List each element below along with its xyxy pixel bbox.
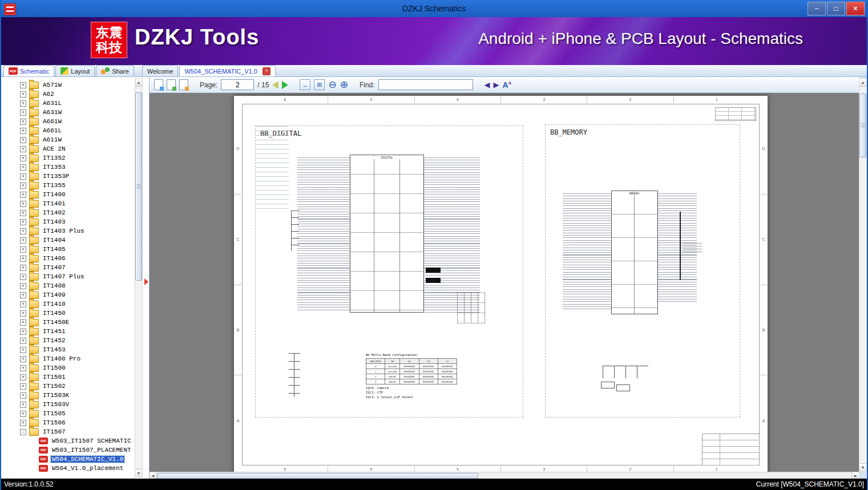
tree-item-folder[interactable]: +IT1407 Plus [1,272,134,281]
single-page-icon[interactable] [154,79,163,90]
scroll-down-icon[interactable]: ▼ [135,469,142,477]
expand-toggle[interactable]: + [20,374,26,380]
tree-item-folder[interactable]: +IT1450E [1,318,134,327]
tree-item-folder[interactable]: +A631L [1,99,134,108]
tree-item-folder[interactable]: +A611W [1,135,134,144]
expand-toggle[interactable]: + [20,383,26,390]
expand-toggle[interactable]: + [20,246,26,253]
expand-toggle[interactable]: + [20,155,26,161]
tree-item-folder[interactable]: +A661W [1,117,134,126]
expand-toggle[interactable]: + [20,392,26,399]
tree-item-folder[interactable]: +IT1460 Pro [1,354,134,363]
tree-item-folder[interactable]: +IT1408 [1,281,134,290]
tree-item-folder[interactable]: +IT1453 [1,345,134,354]
expand-toggle[interactable]: + [20,201,26,207]
tree-item-folder[interactable]: +IT1503K [1,391,134,400]
tree-item-file[interactable]: PDFW503_IT1507_PLACEMENT [1,446,134,455]
expand-toggle[interactable]: + [20,119,26,125]
viewer-scroll-left-icon[interactable]: ◀ [150,472,157,479]
tree-item-folder[interactable]: +IT1451 [1,327,134,336]
tree-item-folder[interactable]: +IT1353P [1,172,134,181]
close-button[interactable]: × [846,2,865,15]
file-label[interactable]: W504_SCHEMATIC_V1.0 [51,456,124,463]
tree-item-folder[interactable]: -IT1507 [1,427,134,436]
find-input[interactable] [378,79,473,90]
facing-pages-icon[interactable] [167,79,176,90]
tree-item-folder[interactable]: +IT1500 [1,363,134,372]
expand-toggle[interactable]: + [20,91,26,98]
tree-item-folder[interactable]: +IT1502 [1,382,134,391]
tree-item-folder[interactable]: +IT1503V [1,400,134,409]
font-size-icon[interactable]: Aa [503,80,511,90]
doc-tab[interactable]: W504_SCHEMATIC_V1.0× [179,65,276,76]
viewer-horizontal-scrollbar[interactable]: ◀ ▶ [150,472,859,479]
pdf-viewer[interactable]: 654321 654321 DCBA DCBA BB_DIGITAL DIGIT… [150,93,859,472]
expand-toggle[interactable]: + [20,420,26,426]
viewer-scroll-right-icon[interactable]: ▶ [851,472,859,479]
next-page-icon[interactable] [282,81,288,89]
fit-page-icon[interactable]: ⊞ [314,79,325,90]
tree-item-folder[interactable]: +IT1452 [1,336,134,345]
tree-item-folder[interactable]: +IT1404 [1,236,134,245]
expand-toggle[interactable]: + [20,283,26,289]
expand-toggle[interactable]: + [20,274,26,280]
file-label[interactable]: W503_IT1507 SCHEMATIC [51,438,132,444]
tab-schematic[interactable]: PDFSchematic [3,65,54,76]
tree-scrollbar[interactable]: ▲ ▼ [135,78,143,477]
expand-toggle[interactable]: - [20,429,26,435]
file-label[interactable]: W503_IT1507_PLACEMENT [51,447,132,453]
tree-item-folder[interactable]: +IT1410 [1,299,134,309]
expand-toggle[interactable]: + [20,228,26,234]
tree-item-folder[interactable]: +IT1506 [1,418,134,427]
expand-toggle[interactable]: + [20,310,26,317]
tab-share[interactable]: Share [96,65,134,76]
scroll-up-icon[interactable]: ▲ [135,79,142,87]
expand-toggle[interactable]: + [20,110,26,116]
tree-item-folder[interactable]: +ACE 2N [1,144,134,153]
expand-toggle[interactable]: + [20,219,26,225]
tree-item-file[interactable]: PDFW503_IT1507 SCHEMATIC [1,436,134,446]
expand-toggle[interactable]: + [20,319,26,326]
tree-item-file[interactable]: PDFW504_V1.0_placement [1,464,134,473]
expand-toggle[interactable]: + [20,402,26,408]
expand-toggle[interactable]: + [20,338,26,344]
tree-item-folder[interactable]: +IT1403 Plus [1,226,134,236]
tree-item-folder[interactable]: +IT1406 [1,254,134,263]
tree-item-folder[interactable]: +A631W [1,108,134,117]
viewer-scroll-down-icon[interactable]: ▼ [859,463,866,471]
previous-page-icon[interactable] [272,81,278,89]
expand-toggle[interactable]: + [20,301,26,307]
expand-toggle[interactable]: + [20,411,26,417]
expand-toggle[interactable]: + [20,356,26,362]
viewer-vertical-scrollbar[interactable]: ▲ ▼ [859,78,867,472]
tree-item-folder[interactable]: +IT1400 [1,190,134,199]
page-number-input[interactable] [221,79,254,90]
expand-toggle[interactable]: + [20,265,26,271]
tree-item-folder[interactable]: +A62 [1,90,134,99]
expand-toggle[interactable]: + [20,256,26,262]
maximize-button[interactable]: □ [827,2,845,15]
expand-toggle[interactable]: + [20,347,26,353]
expand-toggle[interactable]: + [20,210,26,216]
zoom-out-icon[interactable]: ⊖ [328,80,336,90]
fit-width-icon[interactable]: ↔ [300,79,310,90]
zoom-in-icon[interactable]: ⊕ [340,80,348,90]
expand-toggle[interactable]: + [20,146,26,152]
file-label[interactable]: W504_V1.0_placement [51,465,124,472]
tree-item-folder[interactable]: +IT1409 [1,290,134,299]
viewer-scrollbar-thumb[interactable] [859,94,866,157]
expand-toggle[interactable]: + [20,173,26,180]
tree-scrollbar-thumb[interactable] [135,92,142,281]
expand-toggle[interactable]: + [20,137,26,143]
viewer-scroll-up-icon[interactable]: ▲ [859,79,866,87]
tree-item-folder[interactable]: +IT1403 [1,217,134,226]
book-view-icon[interactable] [179,79,188,90]
tree-item-folder[interactable]: +IT1352 [1,153,134,163]
expand-toggle[interactable]: + [20,292,26,298]
expand-toggle[interactable]: + [20,192,26,198]
expand-toggle[interactable]: + [20,329,26,335]
find-previous-icon[interactable]: ◀ [485,80,490,90]
find-next-icon[interactable]: ▶ [494,80,499,90]
expand-toggle[interactable]: + [20,128,26,134]
doc-tab-close-icon[interactable]: × [263,67,271,75]
